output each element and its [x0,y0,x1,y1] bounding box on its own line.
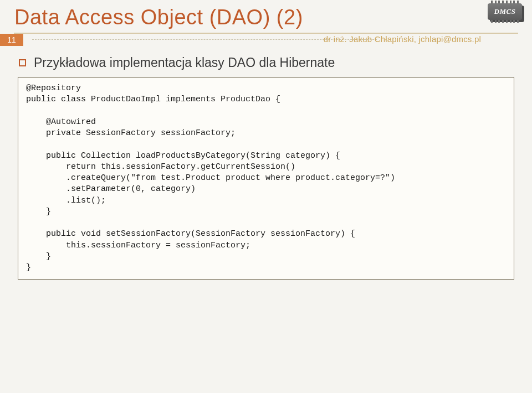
bullet-marker-icon [19,59,26,66]
title-underline [14,33,518,34]
author-footer: dr inż. Jakub Chłapiński, jchlapi@dmcs.p… [324,34,481,44]
bullet-text: Przykładowa implementacja klasy DAO dla … [34,55,335,70]
logo-text: DMCS [494,7,516,16]
slide-title: Data Access Object (DAO) (2) [0,0,532,33]
page-number: 11 [0,34,23,46]
dmcs-logo: DMCS [488,3,525,27]
bullet-item: Przykładowa implementacja klasy DAO dla … [19,55,514,70]
code-block: @Repository public class ProductDaoImpl … [18,77,514,280]
slide-content: Przykładowa implementacja klasy DAO dla … [18,55,514,280]
